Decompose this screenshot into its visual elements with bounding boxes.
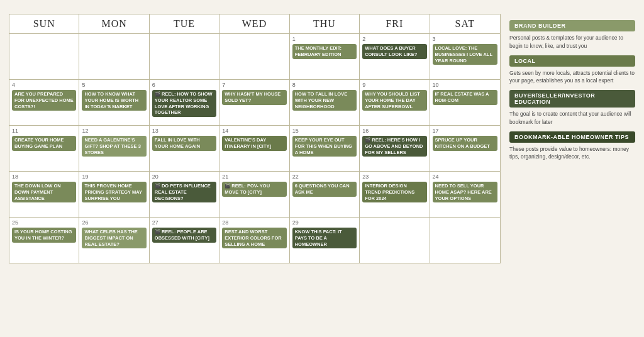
day-header-sat: SAT [430,14,500,34]
pillar-label: BRAND BUILDER [509,20,635,31]
calendar-cell: 18THE DOWN LOW ON DOWN PAYMENT ASSISTANC… [9,172,79,217]
calendar-cell: 10IF REAL ESTATE WAS A ROM-COM [430,80,500,125]
cell-content: KNOW THIS FACT: IT PAYS TO BE A HOMEOWNE… [292,228,357,248]
cell-content: KEEP YOUR EYE OUT FOR THIS WHEN BUYING A… [292,136,357,157]
calendar-cell: 7WHY HASN'T MY HOUSE SOLD YET? [219,80,289,125]
content-tag: ARE YOU PREPARED FOR UNEXPECTED HOME COS… [12,90,76,111]
pillars-container: BRAND BUILDERPersonal posts & templates … [509,20,635,161]
cell-content: 🎬 REEL: HERE'S HOW I GO ABOVE AND BEYOND… [362,136,426,157]
content-tag: 🎬 DO PETS INFLUENCE REAL ESTATE DECISION… [152,182,216,202]
content-tag: 6 QUESTIONS YOU CAN ASK ME [292,182,357,197]
cell-content: LOCAL LOVE: THE BUSINESSES I LOVE ALL YE… [433,44,497,65]
content-tag: IS YOUR HOME COSTING YOU IN THE WINTER? [12,228,76,243]
cell-date: 22 [292,174,357,180]
calendar-cell: 9WHY YOU SHOULD LIST YOUR HOME THE DAY A… [360,80,430,125]
cell-date: 3 [433,36,497,42]
calendar-cell: 23INTERIOR DESIGN TREND PREDICTIONS FOR … [360,172,430,217]
page-wrapper: SUNMONTUEWEDTHUFRISAT 1THE MONTHLY EDIT:… [0,0,644,270]
content-tag: WHY YOU SHOULD LIST YOUR HOME THE DAY AF… [362,90,426,111]
content-tag: 🎬 REEL: HOW TO SHOW YOUR REALTOR SOME LO… [152,90,216,117]
cell-content: CREATE YOUR HOME BUYING GAME PLAN [12,136,76,151]
pillar-description: Personal posts & templates for your audi… [509,34,635,50]
calendar-cell [79,34,149,79]
day-header-tue: TUE [150,14,219,34]
cell-content: 🎬 REEL: PEOPLE ARE OBSESSED WITH [CITY] [152,228,216,243]
content-tag: KNOW THIS FACT: IT PAYS TO BE A HOMEOWNE… [292,228,357,248]
content-tag: CREATE YOUR HOME BUYING GAME PLAN [12,136,76,151]
calendar-cell [360,218,430,263]
cell-date: 16 [362,128,426,134]
calendar-cell: 19THIS PROVEN HOME PRICING STRATEGY MAY … [79,172,149,217]
content-tag: THE MONTHLY EDIT: FEBRUARY EDITION [292,44,357,59]
calendar-cell [430,218,500,263]
calendar-cell: 29KNOW THIS FACT: IT PAYS TO BE A HOMEOW… [290,218,360,263]
cell-date: 19 [82,174,146,180]
cell-date: 8 [292,82,357,88]
cell-date: 10 [433,82,497,88]
calendar-cell: 226 QUESTIONS YOU CAN ASK ME [290,172,360,217]
calendar-cell: 6🎬 REEL: HOW TO SHOW YOUR REALTOR SOME L… [150,80,219,125]
cell-content: 🎬 REEL: HOW TO SHOW YOUR REALTOR SOME LO… [152,90,216,117]
cell-date: 11 [12,128,76,134]
cell-content: 🎬 DO PETS INFLUENCE REAL ESTATE DECISION… [152,182,216,202]
cell-date: 4 [12,82,76,88]
calendar-weeks: 1THE MONTHLY EDIT: FEBRUARY EDITION2WHAT… [9,34,500,263]
calendar-cell: 13FALL IN LOVE WITH YOUR HOME AGAIN [150,126,219,171]
cell-date: 25 [12,219,76,226]
pillar-description: The goal is to create content that your … [509,110,635,126]
content-tag: THE DOWN LOW ON DOWN PAYMENT ASSISTANCE [12,182,76,202]
cell-content: INTERIOR DESIGN TREND PREDICTIONS FOR 20… [362,182,426,202]
week-row-0: 1THE MONTHLY EDIT: FEBRUARY EDITION2WHAT… [9,34,500,80]
cell-date: 17 [433,128,497,134]
sidebar: BRAND BUILDERPersonal posts & templates … [509,14,635,263]
calendar-cell: 11CREATE YOUR HOME BUYING GAME PLAN [9,126,79,171]
calendar-cell: 12NEED A GALENTINE'S GIFT? SHOP AT THESE… [79,126,149,171]
content-area: SUNMONTUEWEDTHUFRISAT 1THE MONTHLY EDIT:… [9,14,635,263]
calendar-cell: 15KEEP YOUR EYE OUT FOR THIS WHEN BUYING… [290,126,360,171]
calendar-cell: 4ARE YOU PREPARED FOR UNEXPECTED HOME CO… [9,80,79,125]
cell-date: 26 [82,219,146,226]
cell-content: NEED A GALENTINE'S GIFT? SHOP AT THESE 3… [82,136,146,157]
cell-date: 27 [152,219,216,226]
cell-content: WHY YOU SHOULD LIST YOUR HOME THE DAY AF… [362,90,426,111]
calendar-cell [150,34,219,79]
cell-date: 6 [152,82,216,88]
pillar-description: These posts provide value to homeowners:… [509,145,635,162]
calendar-cell [9,34,79,79]
week-row-4: 25IS YOUR HOME COSTING YOU IN THE WINTER… [9,218,500,263]
cell-content: 🎬 REEL: POV- YOU MOVE TO [CITY] [222,182,286,197]
cell-content: THIS PROVEN HOME PRICING STRATEGY MAY SU… [82,182,146,202]
cell-content: IS YOUR HOME COSTING YOU IN THE WINTER? [12,228,76,243]
day-header-fri: FRI [360,14,430,34]
calendar-cell: 24NEED TO SELL YOUR HOME ASAP? HERE ARE … [430,172,500,217]
calendar-cell: 2WHAT DOES A BUYER CONSULT LOOK LIKE? [360,34,430,79]
calendar-cell: 14VALENTINE'S DAY ITINERARY IN [CITY] [219,126,289,171]
calendar-cell: 3LOCAL LOVE: THE BUSINESSES I LOVE ALL Y… [430,34,500,79]
calendar-cell: 25IS YOUR HOME COSTING YOU IN THE WINTER… [9,218,79,263]
content-tag: 🎬 REEL: POV- YOU MOVE TO [CITY] [222,182,286,197]
cell-date: 7 [222,82,286,88]
content-tag: HOW TO KNOW WHAT YOUR HOME IS WORTH IN T… [82,90,146,111]
content-tag: WHY HASN'T MY HOUSE SOLD YET? [222,90,286,105]
cell-content: SPRUCE UP YOUR KITCHEN ON A BUDGET [433,136,497,151]
cell-content: HOW TO FALL IN LOVE WITH YOUR NEW NEIGHB… [292,90,357,111]
calendar-cell: 16🎬 REEL: HERE'S HOW I GO ABOVE AND BEYO… [360,126,430,171]
pillar-label: BOOKMARK-ABLE HOMEOWNER TIPS [509,131,635,143]
day-header-wed: WED [219,14,289,34]
cell-content: ARE YOU PREPARED FOR UNEXPECTED HOME COS… [12,90,76,111]
calendar-cell: 26WHAT CELEB HAS THE BIGGEST IMPACT ON R… [79,218,149,263]
cell-date: 13 [152,128,216,134]
calendar-cell: 8HOW TO FALL IN LOVE WITH YOUR NEW NEIGH… [290,80,360,125]
content-tag: WHAT CELEB HAS THE BIGGEST IMPACT ON REA… [82,228,146,248]
pillar-description: Gets seen by more locals, attracts poten… [509,69,635,86]
calendar-cell: 5HOW TO KNOW WHAT YOUR HOME IS WORTH IN … [79,80,149,125]
cell-date: 1 [292,36,357,42]
calendar-cell: 17SPRUCE UP YOUR KITCHEN ON A BUDGET [430,126,500,171]
content-tag: NEED TO SELL YOUR HOME ASAP? HERE ARE YO… [433,182,497,202]
cell-date: 2 [362,36,426,42]
content-tag: 🎬 REEL: PEOPLE ARE OBSESSED WITH [CITY] [152,228,216,243]
cell-content: IF REAL ESTATE WAS A ROM-COM [433,90,497,105]
calendar-grid: SUNMONTUEWEDTHUFRISAT 1THE MONTHLY EDIT:… [9,14,501,263]
content-tag: INTERIOR DESIGN TREND PREDICTIONS FOR 20… [362,182,426,202]
day-headers: SUNMONTUEWEDTHUFRISAT [9,14,500,34]
